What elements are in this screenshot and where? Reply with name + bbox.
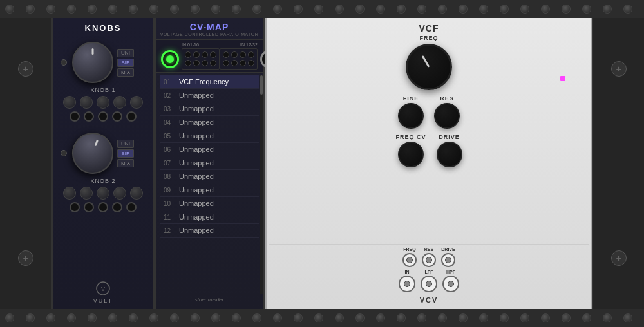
- vcf-port-in[interactable]: [399, 276, 415, 292]
- add-module-button-right2[interactable]: +: [611, 250, 627, 266]
- cvmap-list-item[interactable]: 03Unmapped: [160, 102, 259, 116]
- knob2-mix-button[interactable]: MIX: [117, 159, 134, 167]
- knob1-port-4[interactable]: [112, 111, 122, 122]
- mini-port[interactable]: [240, 60, 246, 66]
- list-item-label: Unmapped: [179, 213, 214, 221]
- vcf-freqcv-knob[interactable]: [398, 142, 424, 167]
- knob2-port-3[interactable]: [98, 202, 108, 212]
- screw: [541, 313, 550, 322]
- cvmap-list-item[interactable]: 08Unmapped: [160, 170, 259, 183]
- vcf-output-ports-row: FREQ RES DRIVE: [274, 247, 583, 267]
- knob1-mix-button[interactable]: MIX: [117, 68, 134, 77]
- knob1-small-1[interactable]: [63, 96, 76, 109]
- mini-port[interactable]: [248, 60, 254, 66]
- mini-port[interactable]: [240, 51, 246, 58]
- vcf-port-lpf-label: LPF: [424, 270, 433, 274]
- list-item-label: Unmapped: [179, 159, 214, 167]
- knob2-small-4[interactable]: [113, 187, 126, 200]
- cvmap-port-label-1: IN 01-16: [182, 42, 199, 47]
- cvmap-list-item[interactable]: 02Unmapped: [160, 89, 259, 102]
- add-module-button-left[interactable]: +: [18, 61, 33, 77]
- knob2-uni-button[interactable]: UNI: [117, 140, 134, 148]
- knob2-port-2[interactable]: [84, 202, 94, 212]
- vcf-res-group: RES: [434, 95, 460, 129]
- knob1-port-5[interactable]: [126, 111, 137, 122]
- vcf-port-res-label: RES: [424, 247, 433, 252]
- cvmap-list-items: 01VCF Frequency02Unmapped03Unmapped04Unm…: [160, 75, 259, 238]
- knob1-small-4[interactable]: [113, 96, 126, 109]
- vcf-port-hpf[interactable]: [442, 276, 459, 292]
- cvmap-list-item[interactable]: 05Unmapped: [160, 129, 259, 143]
- knob2-port-5[interactable]: [126, 202, 137, 212]
- list-item-num: 11: [164, 214, 176, 221]
- screw: [603, 313, 612, 322]
- cvmap-list-item[interactable]: 01VCF Frequency: [160, 75, 259, 89]
- cvmap-list-item[interactable]: 10Unmapped: [160, 197, 259, 210]
- screw: [5, 313, 14, 322]
- knob2-small-1[interactable]: [63, 187, 76, 200]
- vcf-port-drive[interactable]: [441, 253, 455, 267]
- cvmap-list-item[interactable]: 09Unmapped: [160, 183, 259, 197]
- vcf-port-lpf[interactable]: [421, 276, 437, 292]
- cvmap-list-item[interactable]: 04Unmapped: [160, 116, 259, 129]
- stoermelder-logo: stoer melder: [193, 294, 226, 305]
- mini-port[interactable]: [193, 51, 200, 58]
- knob1-port-1[interactable]: [70, 111, 80, 122]
- knob1-label: KNOB 1: [90, 87, 115, 93]
- screw: [46, 313, 55, 322]
- knob1[interactable]: [72, 42, 113, 83]
- knob2[interactable]: [66, 127, 119, 180]
- knobs-title: KNOBS: [85, 23, 122, 33]
- mini-port[interactable]: [231, 51, 238, 58]
- knob1-port-3[interactable]: [98, 111, 108, 122]
- knob2-port-1[interactable]: [70, 202, 80, 212]
- vcf-drive-knob[interactable]: [437, 142, 462, 167]
- add-module-button-left2[interactable]: +: [18, 250, 33, 266]
- list-item-num: 09: [164, 187, 176, 194]
- vcf-res-knob[interactable]: [434, 103, 460, 129]
- mini-port[interactable]: [202, 51, 208, 58]
- screw: [397, 5, 406, 14]
- knob2-bip-button[interactable]: BIP: [117, 149, 134, 158]
- cvmap-port-in1-main[interactable]: [161, 50, 179, 68]
- knob1-small-2[interactable]: [80, 96, 93, 109]
- mini-port[interactable]: [248, 51, 254, 58]
- knob1-bip-button[interactable]: BIP: [117, 59, 134, 67]
- cvmap-list-item[interactable]: 06Unmapped: [160, 143, 259, 156]
- mini-port[interactable]: [210, 51, 216, 58]
- mini-port[interactable]: [231, 60, 238, 66]
- vcf-freq-knob[interactable]: [406, 44, 452, 90]
- cvmap-list-item[interactable]: 07Unmapped: [160, 156, 259, 170]
- mini-port[interactable]: [193, 60, 200, 66]
- vcf-port-in-group: IN: [399, 270, 415, 292]
- mini-port[interactable]: [202, 60, 208, 66]
- vcf-port-res-group: RES: [422, 247, 436, 267]
- knob2-port-4[interactable]: [112, 202, 122, 212]
- knob2-small-5[interactable]: [130, 187, 143, 200]
- knob1-uni-button[interactable]: UNI: [117, 49, 134, 57]
- knob2-small-knobs: [63, 187, 143, 200]
- knob2-small-2[interactable]: [80, 187, 93, 200]
- rail-top: [0, 0, 644, 18]
- mini-port[interactable]: [185, 60, 191, 66]
- knob1-port-2[interactable]: [84, 111, 94, 122]
- knob2-small-3[interactable]: [97, 187, 109, 200]
- mini-port[interactable]: [185, 51, 191, 58]
- cvmap-list-item[interactable]: 12Unmapped: [160, 224, 259, 238]
- vcf-port-freq[interactable]: [402, 253, 417, 267]
- knob1-small-3[interactable]: [97, 96, 109, 109]
- mini-port[interactable]: [210, 60, 216, 66]
- knob1-small-5[interactable]: [130, 96, 143, 109]
- cvmap-scrollbar[interactable]: [260, 75, 263, 294]
- stoermelder-text-line2: melder: [208, 297, 223, 303]
- knob1-small-knobs: [63, 96, 143, 109]
- mini-port[interactable]: [223, 60, 229, 66]
- cvmap-scrollbar-thumb[interactable]: [260, 75, 263, 95]
- mini-port[interactable]: [223, 51, 229, 58]
- screw: [191, 5, 200, 14]
- add-module-button-right[interactable]: +: [611, 61, 627, 77]
- cvmap-list-item[interactable]: 11Unmapped: [160, 210, 259, 224]
- vcf-fine-label: FINE: [403, 95, 419, 102]
- vcf-port-res[interactable]: [422, 253, 436, 267]
- vcf-fine-knob[interactable]: [398, 103, 424, 129]
